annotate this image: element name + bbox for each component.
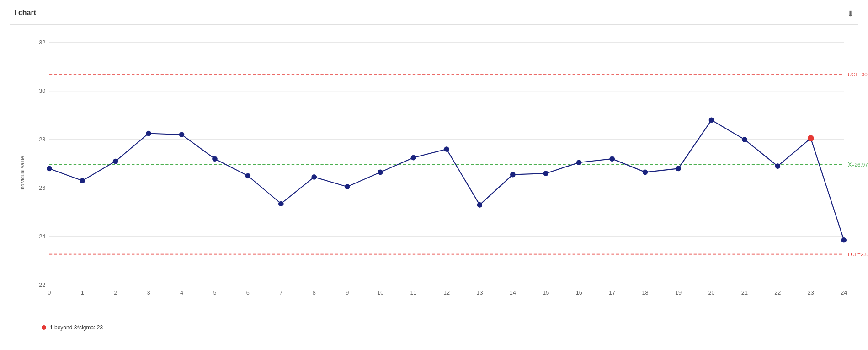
legend-area: 1 beyond 3*sigma: 23	[10, 318, 858, 331]
svg-text:11: 11	[410, 289, 416, 296]
svg-text:22: 22	[774, 289, 781, 296]
svg-point-62	[643, 170, 648, 175]
svg-text:28: 28	[39, 136, 45, 143]
svg-point-57	[477, 203, 482, 208]
svg-text:21: 21	[741, 289, 748, 296]
svg-text:24: 24	[39, 233, 45, 240]
legend-text: 1 beyond 3*sigma: 23	[50, 324, 103, 331]
svg-text:16: 16	[576, 289, 582, 296]
svg-point-67	[808, 135, 814, 141]
svg-point-51	[279, 201, 284, 206]
svg-text:7: 7	[279, 289, 282, 296]
svg-point-52	[312, 175, 317, 180]
svg-text:9: 9	[346, 289, 349, 296]
svg-text:5: 5	[213, 289, 216, 296]
svg-text:18: 18	[642, 289, 649, 296]
svg-text:17: 17	[609, 289, 615, 296]
svg-text:15: 15	[543, 289, 549, 296]
svg-point-66	[775, 164, 780, 169]
svg-point-58	[511, 172, 516, 177]
svg-text:20: 20	[708, 289, 714, 296]
svg-text:19: 19	[675, 289, 682, 296]
svg-point-53	[345, 184, 350, 189]
svg-text:14: 14	[510, 289, 516, 296]
svg-point-44	[47, 166, 52, 171]
svg-point-47	[146, 131, 151, 136]
svg-text:23: 23	[808, 289, 814, 296]
svg-point-56	[444, 147, 449, 152]
svg-point-55	[411, 155, 416, 160]
svg-text:30: 30	[39, 87, 45, 94]
svg-text:6: 6	[246, 289, 250, 296]
svg-text:2: 2	[114, 289, 117, 296]
legend-dot	[42, 325, 46, 330]
svg-point-46	[113, 159, 118, 164]
svg-point-61	[610, 156, 615, 162]
svg-text:32: 32	[39, 39, 45, 46]
svg-point-45	[80, 178, 85, 183]
svg-point-68	[841, 237, 847, 242]
svg-point-49	[213, 156, 218, 162]
svg-text:22: 22	[39, 281, 45, 288]
svg-text:UCL=30.6747: UCL=30.6747	[848, 71, 868, 77]
svg-text:10: 10	[377, 289, 383, 296]
svg-text:4: 4	[180, 289, 183, 296]
svg-point-48	[179, 132, 184, 137]
svg-text:LCL=23.2680: LCL=23.2680	[848, 251, 868, 257]
svg-point-65	[742, 137, 747, 142]
svg-point-50	[245, 173, 250, 178]
download-icon[interactable]: ⬇	[847, 9, 854, 19]
chart-container: I chart ⬇ Individual value 2224262830320…	[0, 0, 868, 350]
chart-svg: 2224262830320123456789101112131415161718…	[35, 29, 858, 318]
svg-text:13: 13	[476, 289, 483, 296]
svg-point-63	[676, 166, 681, 171]
svg-point-59	[543, 171, 548, 176]
svg-text:8: 8	[313, 289, 316, 296]
svg-point-54	[378, 170, 383, 175]
svg-text:26: 26	[39, 184, 45, 191]
svg-text:3: 3	[147, 289, 150, 296]
svg-point-64	[709, 118, 714, 123]
svg-text:12: 12	[443, 289, 450, 296]
svg-text:X̄=26.9714: X̄=26.9714	[848, 162, 868, 167]
svg-text:1: 1	[81, 289, 84, 296]
svg-point-60	[576, 160, 581, 165]
y-axis-label: Individual value	[20, 156, 25, 191]
svg-text:0: 0	[48, 289, 51, 296]
svg-text:24: 24	[841, 289, 847, 296]
chart-title: I chart	[10, 5, 858, 25]
